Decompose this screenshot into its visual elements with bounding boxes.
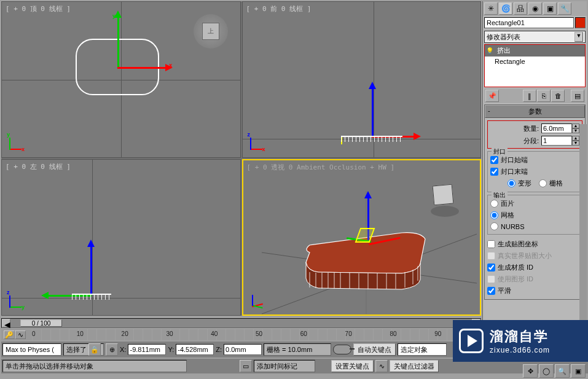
viewcube-top[interactable]: 上	[194, 14, 228, 49]
utilities-tab[interactable]: 🔧	[558, 2, 571, 15]
amount-spin-up[interactable]: ▲	[572, 123, 579, 128]
parameters-rollout: -参数 数量: ▲▼ 分段: ▲▼ 封口 封口始端 封口末端 变形 栅格	[484, 104, 586, 300]
command-panel-tabs: ✳ 🌀 品 ◉ ▣ 🔧	[483, 1, 587, 16]
watermark-play-icon	[459, 329, 484, 353]
pan-view-button[interactable]: ✥	[523, 364, 538, 378]
viewport-front-label: [ + 0 前 0 线框 ]	[246, 4, 312, 14]
segments-label: 分段:	[523, 136, 539, 146]
key-mode-icon[interactable]	[333, 345, 351, 354]
command-panel: ✳ 🌀 品 ◉ ▣ 🔧 修改器列表▼ 挤出 Rectangle 📌 ‖ ⎘ 🗑 …	[482, 1, 587, 337]
orbit-view-button[interactable]: ◯	[539, 364, 554, 378]
gizmo-x-axis	[117, 67, 167, 69]
pin-stack-button[interactable]: 📌	[485, 90, 499, 102]
x-coordinate-input[interactable]	[128, 344, 166, 355]
grid-radio[interactable]	[539, 179, 547, 187]
configure-sets-button[interactable]: ▤	[571, 90, 584, 102]
patch-radio[interactable]	[490, 200, 498, 208]
lock-selection-button[interactable]: 🔒	[88, 343, 101, 356]
watermark-overlay: 溜溜自学 zixue.3d66.com	[453, 320, 588, 362]
mesh-radio[interactable]	[490, 211, 498, 219]
track-key-toggle[interactable]: 🔑	[4, 330, 15, 339]
set-key-button[interactable]: 设置关键点	[331, 360, 374, 372]
create-tab[interactable]: ✳	[484, 2, 498, 15]
time-tag-icon[interactable]: ▭	[240, 360, 252, 372]
viewport-left-label: [ + 0 左 0 线框 ]	[6, 162, 71, 171]
cap-start-checkbox[interactable]	[490, 156, 498, 164]
modifier-stack[interactable]: 挤出 Rectangle	[484, 44, 586, 87]
modifier-list-dropdown[interactable]: 修改器列表▼	[484, 31, 586, 43]
watermark-title: 溜溜自学	[490, 327, 550, 346]
cap-end-checkbox[interactable]	[490, 168, 498, 176]
corner-axis-indicator: y z	[6, 287, 30, 311]
max-viewport-button[interactable]: ▣	[571, 364, 586, 378]
transform-type-in-button[interactable]: ⊕	[106, 343, 118, 356]
tick-strip: 010 2030 4050 6070 8090 100	[32, 329, 479, 340]
scroll-left-button[interactable]: ◄	[2, 319, 10, 327]
viewport-left[interactable]: [ + 0 左 0 线框 ] y z	[1, 159, 241, 316]
panel-scrollbar[interactable]	[579, 124, 587, 337]
key-filters-icon[interactable]: ∿	[375, 360, 388, 372]
track-curve-toggle[interactable]: ∿	[15, 330, 26, 339]
viewport-top-label: [ + 0 顶 0 线框 ]	[6, 4, 71, 14]
viewport-perspective[interactable]: [ + 0 透视 0 Ambient Occlusion + HW ]	[242, 159, 482, 316]
segments-spin-up[interactable]: ▲	[572, 136, 579, 141]
viewcube-perspective[interactable]	[433, 185, 461, 213]
timeline-slider[interactable]: ◄ ► 0 / 100	[1, 318, 481, 328]
stack-item-rectangle[interactable]: Rectangle	[485, 57, 585, 66]
corner-axis-indicator: x z	[246, 129, 271, 154]
nurbs-radio[interactable]	[490, 222, 498, 230]
smooth-checkbox[interactable]	[487, 287, 495, 295]
watermark-url: zixue.3d66.com	[490, 346, 550, 354]
stack-item-extrude[interactable]: 挤出	[485, 45, 585, 57]
remove-modifier-button[interactable]: 🗑	[551, 90, 565, 102]
key-filters-button[interactable]: 关键点过滤器	[390, 360, 439, 372]
add-time-tag[interactable]: 添加时间标记	[254, 360, 315, 372]
hierarchy-tab[interactable]: 品	[514, 2, 527, 15]
corner-axis-indicator: x y	[6, 129, 30, 154]
auto-key-button[interactable]: 自动关键点	[353, 343, 396, 356]
motion-tab[interactable]: ◉	[528, 2, 542, 15]
y-coordinate-input[interactable]	[176, 344, 214, 355]
maxscript-listener[interactable]	[2, 343, 61, 356]
parameters-rollout-header[interactable]: -参数	[485, 105, 585, 118]
prompt-line: 单击并拖动以选择并移动对象	[2, 360, 187, 372]
modify-tab[interactable]: 🌀	[499, 2, 512, 15]
time-thumb[interactable]: 0 / 100	[20, 319, 62, 327]
show-end-result-button[interactable]: ‖	[523, 90, 536, 102]
gizmo-z-axis	[90, 246, 92, 295]
extrude-edge	[341, 136, 402, 142]
segments-input[interactable]	[541, 136, 572, 146]
viewport-front[interactable]: [ + 0 前 0 线框 ] x z	[242, 1, 482, 158]
object-name-input[interactable]	[484, 17, 574, 28]
object-color-swatch[interactable]	[575, 17, 586, 28]
segments-spin-down[interactable]: ▼	[572, 141, 579, 146]
display-tab[interactable]: ▣	[543, 2, 557, 15]
extrude-edge	[72, 294, 111, 300]
gizmo-y-axis	[117, 17, 119, 68]
use-shape-id-checkbox	[487, 275, 495, 283]
zoom-view-button[interactable]: 🔍	[555, 364, 570, 378]
morph-radio[interactable]	[508, 179, 515, 187]
z-label: Z:	[216, 346, 222, 353]
y-label: Y:	[168, 346, 174, 353]
stack-toolbar: 📌 ‖ ⎘ 🗑 ▤	[484, 88, 586, 103]
x-label: X:	[120, 346, 126, 353]
make-unique-button[interactable]: ⎘	[537, 90, 551, 102]
corner-axis-indicator	[247, 286, 272, 311]
gen-material-id-checkbox[interactable]	[487, 264, 495, 272]
time-track[interactable]: 🔑 ∿ 010 2030 4050 6070 8090 100	[1, 329, 481, 340]
capping-group: 封口 封口始端 封口末端 变形 栅格	[487, 151, 582, 192]
amount-input[interactable]	[541, 123, 572, 133]
key-target[interactable]: 选定对象	[398, 343, 447, 356]
selection-count: 选择了 🔒	[63, 343, 104, 356]
output-group: 输出 面片 网格 NURBS	[487, 195, 582, 235]
viewport-top[interactable]: [ + 0 顶 0 线框 ] y x 上 x y	[1, 1, 241, 158]
amount-spin-down[interactable]: ▼	[572, 128, 579, 133]
real-world-checkbox	[487, 252, 495, 260]
gen-mapping-checkbox[interactable]	[487, 240, 495, 248]
amount-label: 数量:	[523, 124, 539, 133]
viewport-nav-controls: ✥ ◯ 🔍 ▣	[523, 364, 586, 378]
z-coordinate-input[interactable]	[224, 344, 262, 355]
grid-size: 栅格 = 10.0mm	[264, 343, 331, 356]
gizmo-z-axis	[372, 88, 374, 137]
